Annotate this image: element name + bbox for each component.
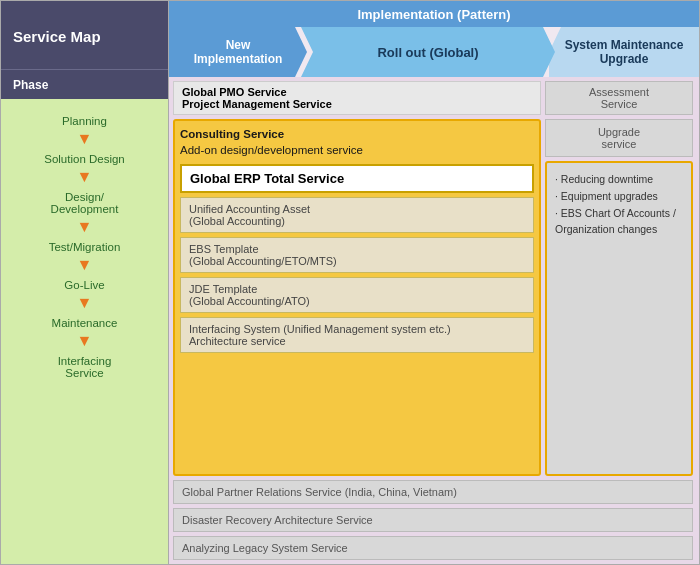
pmo-service-box: Global PMO Service Project Management Se…	[173, 81, 541, 115]
phase-interfacing: InterfacingService	[1, 351, 168, 381]
disaster-recovery-row: Disaster Recovery Architecture Service	[173, 508, 693, 532]
phases-list: Planning ▼ Solution Design ▼ Design/Deve…	[1, 99, 168, 564]
disaster-recovery-label: Disaster Recovery Architecture Service	[182, 514, 373, 526]
column-headers: NewImplementation Roll out (Global) Syst…	[169, 27, 699, 77]
arrow-3: ▼	[1, 217, 168, 237]
impl-pattern-label: Implementation (Pattern)	[357, 7, 510, 22]
col-rollout: Roll out (Global)	[301, 27, 555, 77]
phase-label: Phase	[13, 78, 48, 92]
pmo-row: Global PMO Service Project Management Se…	[173, 81, 693, 115]
arrow-1: ▼	[1, 129, 168, 149]
pmo-line2: Project Management Service	[182, 98, 532, 110]
main-content-row: Consulting Service Add-on design/develop…	[173, 119, 693, 476]
col-rollout-label: Roll out (Global)	[377, 45, 478, 60]
sidebar: Service Map Phase Planning ▼ Solution De…	[1, 1, 169, 564]
analyzing-legacy-label: Analyzing Legacy System Service	[182, 542, 348, 554]
global-partner-label: Global Partner Relations Service (India,…	[182, 486, 457, 498]
upgrade-details-box: · Reducing downtime · Equipment upgrades…	[545, 161, 693, 476]
phase-solution-design: Solution Design	[1, 149, 168, 167]
consulting-header: Consulting Service Add-on design/develop…	[180, 126, 534, 160]
upgrade-details-label: · Reducing downtime · Equipment upgrades…	[555, 173, 676, 235]
phase-test-migration: Test/Migration	[1, 237, 168, 255]
assessment-service-box: AssessmentService	[545, 81, 693, 115]
phase-maintenance: Maintenance	[1, 313, 168, 331]
arrow-4: ▼	[1, 255, 168, 275]
phase-design-dev: Design/Development	[1, 187, 168, 217]
content-area: Global PMO Service Project Management Se…	[169, 77, 699, 564]
interfacing-system-label: Interfacing System (Unified Management s…	[189, 323, 451, 347]
unified-accounting-box: Unified Accounting Asset(Global Accounti…	[180, 197, 534, 233]
consulting-line2: Add-on design/development service	[180, 142, 534, 158]
impl-pattern-header: Implementation (Pattern)	[169, 1, 699, 27]
jde-template-label: JDE Template(Global Accounting/ATO)	[189, 283, 310, 307]
col-system-maintenance: System MaintenanceUpgrade	[549, 27, 699, 77]
ebs-template-label: EBS Template(Global Accounting/ETO/MTS)	[189, 243, 337, 267]
global-erp-label: Global ERP Total Service	[190, 171, 344, 186]
main-area: Implementation (Pattern) NewImplementati…	[169, 1, 699, 564]
upgrade-service-box: Upgradeservice	[545, 119, 693, 157]
pmo-line1: Global PMO Service	[182, 86, 532, 98]
analyzing-legacy-row: Analyzing Legacy System Service	[173, 536, 693, 560]
col-new-impl-label: NewImplementation	[194, 38, 283, 66]
consulting-outer-box: Consulting Service Add-on design/develop…	[173, 119, 541, 476]
phase-golive: Go-Live	[1, 275, 168, 293]
upgrade-outer: Upgradeservice · Reducing downtime · Equ…	[545, 119, 693, 476]
sidebar-title: Service Map	[1, 1, 168, 69]
upgrade-service-label: Upgradeservice	[598, 126, 640, 150]
interfacing-system-box: Interfacing System (Unified Management s…	[180, 317, 534, 353]
service-map-label: Service Map	[13, 28, 101, 45]
global-erp-box: Global ERP Total Service	[180, 164, 534, 193]
unified-accounting-label: Unified Accounting Asset(Global Accounti…	[189, 203, 310, 227]
jde-template-box: JDE Template(Global Accounting/ATO)	[180, 277, 534, 313]
arrow-5: ▼	[1, 293, 168, 313]
col-new-implementation: NewImplementation	[169, 27, 307, 77]
arrow-2: ▼	[1, 167, 168, 187]
assessment-label: AssessmentService	[589, 86, 649, 110]
global-partner-row: Global Partner Relations Service (India,…	[173, 480, 693, 504]
arrow-6: ▼	[1, 331, 168, 351]
col-maintenance-label: System MaintenanceUpgrade	[565, 38, 684, 66]
phase-header: Phase	[1, 69, 168, 99]
ebs-template-box: EBS Template(Global Accounting/ETO/MTS)	[180, 237, 534, 273]
consulting-line1: Consulting Service	[180, 126, 534, 142]
phase-planning: Planning	[1, 111, 168, 129]
